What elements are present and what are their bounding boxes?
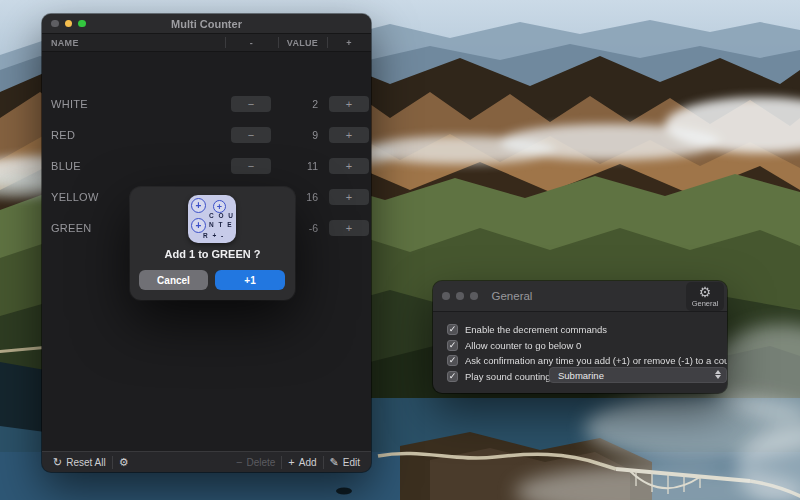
counter-name: RED [51, 129, 75, 141]
option-allow-below-zero[interactable]: ✓ Allow counter to go below 0 [447, 338, 581, 352]
traffic-lights-inactive [433, 292, 478, 300]
option-play-sound[interactable]: ✓ Play sound counting Submarine [447, 369, 727, 383]
table-row[interactable]: WHITE − 2 + [42, 88, 371, 119]
minus-icon: − [236, 457, 242, 468]
reset-icon: ↻ [53, 457, 62, 468]
app-icon: + + + C O U N T E R + - [188, 195, 236, 243]
increment-button[interactable]: + [329, 127, 369, 143]
zoom-button[interactable] [470, 292, 478, 300]
general-preferences-window: General ⚙ General ✓ Enable the decrement… [433, 281, 727, 393]
prefs-window-title: General [492, 290, 533, 302]
increment-button[interactable]: + [329, 158, 369, 174]
prefs-content: ✓ Enable the decrement commands ✓ Allow … [433, 312, 727, 393]
column-header-value: VALUE [278, 34, 327, 51]
option-enable-decrement[interactable]: ✓ Enable the decrement commands [447, 322, 607, 336]
add-button[interactable]: + Add [282, 452, 322, 472]
counter-value: 9 [238, 129, 318, 141]
settings-button[interactable]: ⚙ [113, 452, 135, 472]
app-icon-letters: N T E [209, 221, 233, 228]
cancel-button[interactable]: Cancel [139, 270, 208, 290]
option-label: Enable the decrement commands [465, 324, 607, 335]
checkbox-checked[interactable]: ✓ [447, 371, 458, 382]
table-header: NAME - VALUE + [42, 34, 371, 52]
confirmation-dialog: + + + C O U N T E R + - Add 1 to GREEN ?… [130, 187, 295, 300]
table-row[interactable]: RED − 9 + [42, 119, 371, 150]
edit-label: Edit [343, 457, 360, 468]
dialog-message: Add 1 to GREEN ? [130, 248, 295, 260]
table-row[interactable]: BLUE − 11 + [42, 150, 371, 181]
reset-all-label: Reset All [66, 457, 105, 468]
checkbox-checked[interactable]: ✓ [447, 324, 458, 335]
reset-all-button[interactable]: ↻ Reset All [47, 452, 112, 472]
counter-name: BLUE [51, 160, 81, 172]
edit-button[interactable]: ✎ Edit [324, 452, 366, 472]
main-titlebar[interactable]: Multi Counter [42, 14, 371, 34]
column-header-minus: - [225, 34, 278, 51]
sound-dropdown-value: Submarine [558, 370, 604, 381]
checkbox-checked[interactable]: ✓ [447, 355, 458, 366]
add-label: Add [299, 457, 317, 468]
confirm-plus-one-button[interactable]: +1 [215, 270, 285, 290]
app-icon-letters: C O U [209, 212, 235, 219]
popup-chevrons-icon [715, 370, 721, 379]
option-ask-confirmation[interactable]: ✓ Ask confirmation any time you add (+1)… [447, 353, 727, 367]
option-label: Allow counter to go below 0 [465, 340, 581, 351]
general-tab-label: General [692, 299, 719, 308]
pencil-icon: ✎ [330, 457, 339, 468]
increment-button[interactable]: + [329, 189, 369, 205]
counter-name: WHITE [51, 98, 88, 110]
counter-name: GREEN [51, 222, 92, 234]
app-icon-letters: R + - [203, 232, 225, 239]
increment-button[interactable]: + [329, 96, 369, 112]
plus-circle-icon: + [191, 198, 206, 213]
option-label: Ask confirmation any time you add (+1) o… [465, 355, 727, 366]
plus-icon: + [288, 457, 294, 468]
close-button[interactable] [442, 292, 450, 300]
sound-dropdown[interactable]: Submarine [549, 367, 727, 383]
window-title: Multi Counter [42, 18, 371, 30]
desktop: Multi Counter NAME - VALUE + WHITE − 2 +… [0, 0, 800, 500]
plus-circle-icon: + [191, 218, 206, 233]
gear-icon: ⚙ [699, 285, 712, 299]
minimize-button[interactable] [456, 292, 464, 300]
bottom-toolbar: ↻ Reset All ⚙ − Delete + Add ✎ Edit [42, 451, 371, 472]
counter-value: 11 [238, 160, 318, 172]
delete-button: − Delete [230, 452, 281, 472]
delete-label: Delete [246, 457, 275, 468]
counter-value: 2 [238, 98, 318, 110]
general-tab[interactable]: ⚙ General [686, 282, 724, 311]
prefs-titlebar[interactable]: General ⚙ General [433, 281, 727, 312]
column-header-plus: + [327, 34, 371, 51]
option-label: Play sound counting [465, 371, 551, 382]
column-header-name: NAME [51, 34, 79, 51]
gear-icon: ⚙ [119, 457, 129, 468]
counter-name: YELLOW [51, 191, 99, 203]
checkbox-checked[interactable]: ✓ [447, 340, 458, 351]
increment-button[interactable]: + [329, 220, 369, 236]
